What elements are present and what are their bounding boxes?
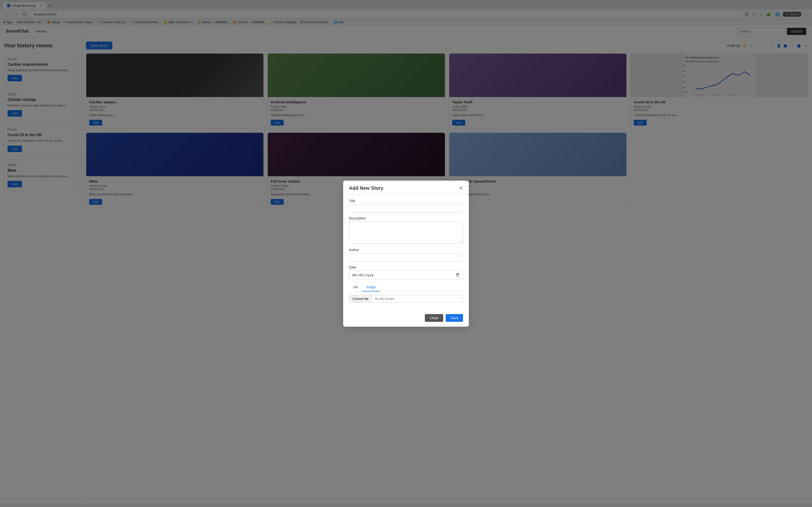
choose-file-button[interactable]: Choose file (349, 295, 372, 302)
file-input-row: Choose file No file chosen (349, 295, 463, 302)
title-group: Title (349, 199, 463, 213)
date-label: Date (349, 265, 463, 269)
description-textarea[interactable] (349, 222, 463, 243)
title-label: Title (349, 199, 463, 203)
modal-body: Title Description Author Date Url Image (343, 194, 469, 311)
file-name-display: No file chosen (372, 295, 463, 302)
modal-header: Add New Story ✕ (343, 181, 469, 194)
modal-close-button[interactable]: Close (425, 314, 443, 322)
date-input[interactable] (349, 271, 463, 279)
image-tab-bar: Url Image (349, 283, 463, 292)
modal-close-btn[interactable]: ✕ (459, 186, 463, 190)
file-input-group: Choose file No file chosen (349, 295, 463, 302)
description-label: Description (349, 216, 463, 220)
author-group: Author (349, 248, 463, 262)
modal-overlay[interactable]: Add New Story ✕ Title Description Author… (0, 0, 812, 503)
title-input[interactable] (349, 204, 463, 213)
tab-image[interactable]: Image (362, 283, 380, 291)
tab-url[interactable]: Url (349, 283, 362, 291)
date-group: Date (349, 265, 463, 279)
add-story-modal: Add New Story ✕ Title Description Author… (343, 181, 469, 327)
author-input[interactable] (349, 253, 463, 262)
modal-save-button[interactable]: Save (446, 314, 463, 322)
description-group: Description (349, 216, 463, 244)
author-label: Author (349, 248, 463, 252)
modal-title: Add New Story (349, 185, 383, 191)
modal-footer: Close Save (343, 311, 469, 327)
